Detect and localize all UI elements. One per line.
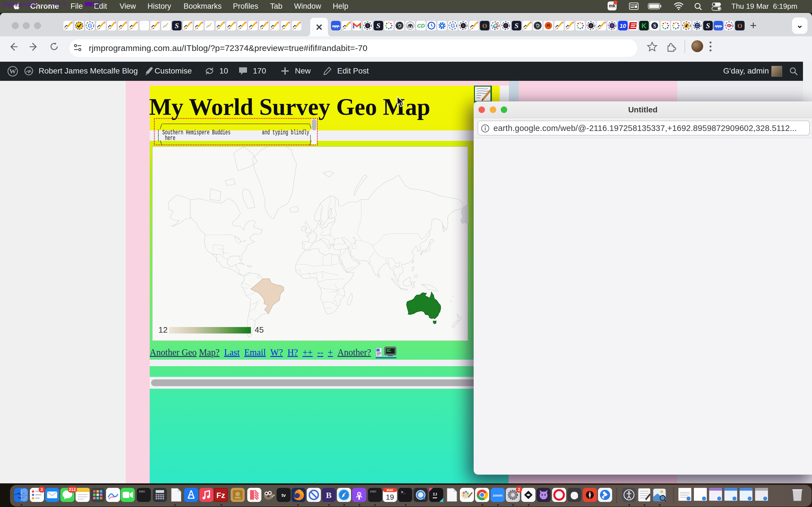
svg-text:tv: tv: [282, 493, 286, 498]
svg-text:EXEC: EXEC: [370, 490, 376, 493]
svg-text:zoom: zoom: [493, 493, 502, 497]
svg-text:MAR: MAR: [387, 489, 394, 492]
svg-text:>_: >_: [401, 490, 406, 495]
svg-text:Fz: Fz: [216, 491, 225, 500]
svg-text:EXEC: EXEC: [139, 490, 145, 493]
svg-text:B: B: [326, 490, 332, 500]
svg-text:19: 19: [386, 493, 394, 501]
svg-text:IJ: IJ: [433, 492, 437, 497]
svg-text:W: W: [9, 68, 16, 75]
